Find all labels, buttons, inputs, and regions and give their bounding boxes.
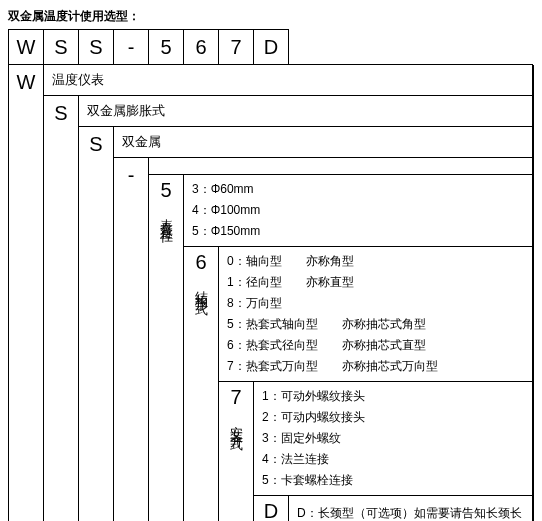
code-cell: D [253, 29, 289, 65]
option: 4：法兰连接 [262, 449, 524, 470]
code-cell: W [8, 29, 44, 65]
spec-num: 6 [195, 251, 206, 274]
spec-num: 7 [230, 386, 241, 409]
option: 1：径向型 亦称直型 [227, 272, 524, 293]
spec-header-d: D 可选 [253, 495, 289, 521]
option: 7：热套式万向型 亦称抽芯式万向型 [227, 356, 524, 377]
spec-num: 5 [160, 179, 171, 202]
spec-header-5: 5 表盘直径 [148, 174, 184, 521]
model-code-row: W S S - 5 6 7 D [8, 29, 534, 65]
option: 6：热套式径向型 亦称抽芯式直型 [227, 335, 524, 356]
spec-title: 结构形式 [192, 280, 210, 296]
option: 2：可动内螺纹接头 [262, 407, 524, 428]
spec-num: D [264, 500, 278, 521]
option: 3：Φ60mm [192, 179, 524, 200]
option: 4：Φ100mm [192, 200, 524, 221]
level-code: S [78, 126, 114, 521]
selection-table: W 温度仪表 S 双金属膨胀式 S 双金属 - [8, 65, 534, 521]
option: 8：万向型 [227, 293, 524, 314]
spec7-options: 1：可动外螺纹接头 2：可动内螺纹接头 3：固定外螺纹 4：法兰连接 5：卡套螺… [253, 381, 533, 496]
spec-title: 表盘直径 [157, 208, 175, 224]
level-code: S [43, 95, 79, 521]
code-cell: 6 [183, 29, 219, 65]
spec5-options: 3：Φ60mm 4：Φ100mm 5：Φ150mm [183, 174, 533, 247]
option: 1：可动外螺纹接头 [262, 386, 524, 407]
level-label: 双金属膨胀式 [78, 95, 533, 127]
spec6-options: 0：轴向型 亦称角型 1：径向型 亦称直型 8：万向型 5：热套式轴向型 亦称抽… [218, 246, 533, 382]
option: 0：轴向型 亦称角型 [227, 251, 524, 272]
code-cell: - [113, 29, 149, 65]
option: 3：固定外螺纹 [262, 428, 524, 449]
option: 5：Φ150mm [192, 221, 524, 242]
spec-header-6: 6 结构形式 [183, 246, 219, 521]
level-label: 温度仪表 [43, 64, 533, 96]
page-title: 双金属温度计使用选型： [8, 8, 534, 25]
code-cell: 7 [218, 29, 254, 65]
spec-title: 安装方式 [227, 415, 245, 431]
code-cell: S [78, 29, 114, 65]
code-cell: S [43, 29, 79, 65]
spec-header-7: 7 安装方式 [218, 381, 254, 521]
specD-text: D：长颈型（可选项）如需要请告知长颈长度 [288, 495, 533, 521]
level-code: W [8, 64, 44, 521]
option: 5：热套式轴向型 亦称抽芯式角型 [227, 314, 524, 335]
level-label: 双金属 [113, 126, 533, 158]
level-code: - [113, 157, 149, 521]
code-cell: 5 [148, 29, 184, 65]
level-label-empty [148, 157, 533, 175]
option: 5：卡套螺栓连接 [262, 470, 524, 491]
